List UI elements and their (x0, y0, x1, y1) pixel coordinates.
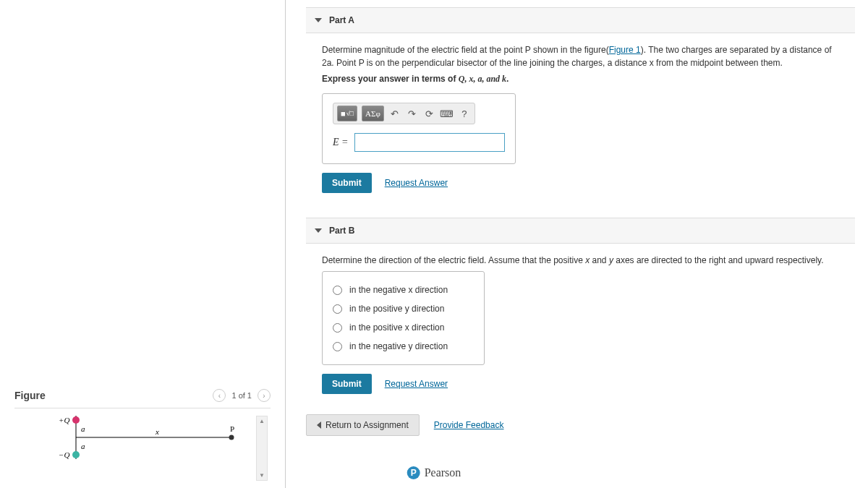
caret-down-icon (315, 228, 322, 233)
reset-icon[interactable]: ⟳ (423, 107, 436, 120)
figure-canvas: +Q −Q a a x P ▲ ▼ (14, 416, 271, 481)
provide-feedback[interactable]: Provide Feedback (434, 420, 504, 430)
brand-text: Pearson (425, 466, 461, 479)
redo-icon[interactable]: ↷ (406, 107, 419, 120)
brand-footer: P Pearson (407, 466, 461, 479)
scroll-up-icon: ▲ (259, 418, 265, 424)
mc-option-1[interactable]: in the positive y direction (333, 299, 474, 318)
request-answer-b[interactable]: Request Answer (385, 379, 448, 389)
part-b-body: Determine the direction of the electric … (306, 254, 855, 407)
part-a-header[interactable]: Part A (306, 7, 855, 33)
figure-pager: ‹ 1 of 1 › (213, 389, 271, 402)
pager-text: 1 of 1 (231, 391, 252, 400)
answer-card-a: ■√□ ΑΣφ ↶ ↷ ⟳ ⌨ ? E = (322, 93, 516, 164)
pager-prev[interactable]: ‹ (213, 389, 226, 402)
left-pane: Figure ‹ 1 of 1 › +Q −Q a a (0, 0, 286, 488)
figure-title: Figure (14, 390, 46, 401)
mc-option-2[interactable]: in the positive x direction (333, 318, 474, 337)
svg-point-4 (229, 435, 234, 440)
bottom-row: Return to Assignment Provide Feedback (306, 414, 855, 436)
equation-row: E = (333, 133, 505, 152)
symbols-button[interactable]: ΑΣφ (362, 106, 384, 121)
mc-radio-2[interactable] (333, 323, 342, 333)
answer-input-a[interactable] (354, 133, 506, 152)
mc-card: in the negative x direction in the posit… (322, 271, 485, 365)
label-minusQ: −Q (59, 450, 69, 459)
label-P: P (230, 424, 234, 433)
part-b-prompt: Determine the direction of the electric … (322, 254, 839, 267)
figure-scrollbar[interactable]: ▲ ▼ (256, 416, 268, 481)
figure-svg: +Q −Q a a x P (54, 416, 257, 471)
mc-radio-3[interactable] (333, 342, 342, 351)
part-b-header[interactable]: Part B (306, 218, 855, 244)
caret-down-icon (315, 18, 322, 22)
label-plusQ: +Q (59, 416, 69, 424)
undo-icon[interactable]: ↶ (388, 107, 401, 120)
right-pane: Part A Determine magnitude of the electr… (286, 0, 868, 488)
label-a-top: a (81, 424, 85, 433)
figure-block: Figure ‹ 1 of 1 › +Q −Q a a (14, 385, 271, 481)
template-button[interactable]: ■√□ (337, 106, 357, 121)
eq-label: E = (333, 137, 349, 148)
submit-button-b[interactable]: Submit (322, 374, 372, 394)
figure-header: Figure ‹ 1 of 1 › (14, 385, 271, 408)
pager-next[interactable]: › (258, 389, 271, 402)
mc-radio-0[interactable] (333, 286, 342, 295)
mc-option-3[interactable]: in the negative y direction (333, 337, 474, 356)
part-a-body: Determine magnitude of the electric fiel… (306, 43, 855, 206)
label-a-bottom: a (81, 442, 85, 450)
mc-option-0[interactable]: in the negative x direction (333, 281, 474, 299)
part-a-prompt: Determine magnitude of the electric fiel… (322, 43, 839, 69)
part-b-title: Part B (329, 226, 354, 236)
part-a-title: Part A (329, 15, 354, 25)
keyboard-icon[interactable]: ⌨ (441, 107, 454, 120)
part-a-express: Express your answer in terms of Q, x, a,… (322, 74, 839, 85)
figure-link[interactable]: Figure 1 (609, 45, 641, 55)
brand-icon: P (407, 466, 420, 479)
part-b-actions: Submit Request Answer (322, 374, 839, 394)
svg-point-3 (72, 451, 80, 458)
part-a-actions: Submit Request Answer (322, 173, 839, 193)
help-icon[interactable]: ? (458, 107, 471, 120)
request-answer-a[interactable]: Request Answer (385, 178, 448, 188)
return-button[interactable]: Return to Assignment (306, 414, 420, 436)
submit-button-a[interactable]: Submit (322, 173, 372, 193)
caret-left-icon (317, 421, 321, 429)
answer-toolbar: ■√□ ΑΣφ ↶ ↷ ⟳ ⌨ ? (333, 103, 475, 124)
svg-point-2 (72, 416, 80, 424)
mc-radio-1[interactable] (333, 304, 342, 314)
scroll-down-icon: ▼ (259, 472, 265, 479)
label-x: x (155, 427, 159, 436)
